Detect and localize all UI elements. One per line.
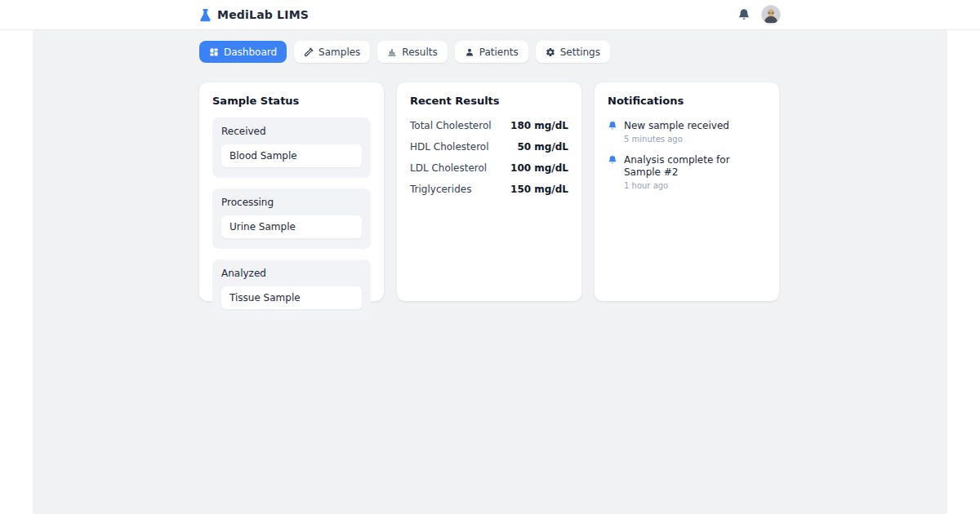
tab-patients[interactable]: Patients — [455, 41, 528, 63]
result-value: 150 mg/dL — [510, 184, 568, 195]
main-content-area: Dashboard Samples Results — [33, 30, 947, 514]
test-tube-icon — [304, 47, 314, 57]
card-title: Notifications — [608, 95, 766, 107]
results-list: Total Cholesterol 180 mg/dL HDL Choleste… — [410, 120, 568, 195]
notification-item[interactable]: New sample received 5 minutes ago — [608, 120, 766, 144]
gear-icon — [546, 47, 555, 57]
stage-processing: Processing Urine Sample — [212, 188, 371, 249]
result-row: LDL Cholesterol 100 mg/dL — [410, 162, 568, 174]
tab-results[interactable]: Results — [377, 41, 447, 63]
tab-samples[interactable]: Samples — [294, 41, 370, 63]
tab-dashboard[interactable]: Dashboard — [199, 41, 287, 63]
stage-label: Analyzed — [221, 268, 362, 279]
tab-label: Patients — [479, 47, 519, 58]
notifications-list: New sample received 5 minutes ago Analys… — [608, 120, 766, 190]
flask-icon — [199, 8, 212, 22]
sample-chip[interactable]: Urine Sample — [221, 215, 362, 238]
result-row: Total Cholesterol 180 mg/dL — [410, 120, 568, 131]
bell-icon — [608, 155, 617, 165]
stage-received: Received Blood Sample — [212, 117, 371, 178]
notification-message: New sample received — [624, 120, 729, 131]
notification-message: Analysis complete for Sample #2 — [624, 154, 766, 178]
sample-chip[interactable]: Tissue Sample — [221, 286, 362, 309]
result-test-name: Total Cholesterol — [410, 120, 492, 131]
result-row: Triglycerides 150 mg/dL — [410, 184, 568, 195]
notification-timestamp: 5 minutes ago — [624, 135, 729, 144]
result-row: HDL Cholesterol 50 mg/dL — [410, 141, 568, 153]
stage-label: Received — [221, 126, 362, 137]
header-notifications-button[interactable] — [737, 8, 751, 21]
result-test-name: LDL Cholesterol — [410, 162, 487, 174]
result-test-name: HDL Cholesterol — [410, 141, 489, 153]
notifications-card: Notifications New sample received 5 minu… — [595, 82, 779, 301]
stage-analyzed: Analyzed Tissue Sample — [212, 259, 371, 320]
notification-item[interactable]: Analysis complete for Sample #2 1 hour a… — [608, 154, 766, 190]
card-title: Sample Status — [212, 95, 371, 107]
user-avatar[interactable] — [761, 5, 781, 24]
dashboard-grid-icon — [209, 47, 219, 57]
user-icon — [465, 47, 474, 57]
app-brand: MediLab LIMS — [199, 8, 309, 22]
bar-chart-icon — [387, 47, 397, 57]
avatar-image — [762, 6, 780, 24]
result-test-name: Triglycerides — [410, 184, 471, 195]
sample-status-card: Sample Status Received Blood Sample Proc… — [199, 82, 384, 301]
stage-label: Processing — [221, 197, 362, 208]
result-value: 50 mg/dL — [517, 141, 568, 153]
sample-chip[interactable]: Blood Sample — [221, 144, 362, 167]
recent-results-card: Recent Results Total Cholesterol 180 mg/… — [397, 82, 581, 301]
app-header: MediLab LIMS — [0, 0, 980, 30]
tab-settings[interactable]: Settings — [536, 41, 610, 63]
nav-tabs: Dashboard Samples Results — [199, 41, 781, 63]
bell-icon — [608, 121, 617, 131]
card-title: Recent Results — [410, 95, 568, 107]
dashboard-cards: Sample Status Received Blood Sample Proc… — [199, 82, 781, 301]
app-title: MediLab LIMS — [217, 8, 309, 21]
result-value: 100 mg/dL — [510, 162, 568, 174]
notification-timestamp: 1 hour ago — [624, 181, 766, 190]
bell-icon — [737, 8, 751, 21]
tab-label: Dashboard — [224, 47, 277, 58]
result-value: 180 mg/dL — [510, 120, 568, 131]
tab-label: Settings — [560, 47, 600, 58]
tab-label: Results — [402, 47, 437, 58]
tab-label: Samples — [318, 47, 360, 58]
